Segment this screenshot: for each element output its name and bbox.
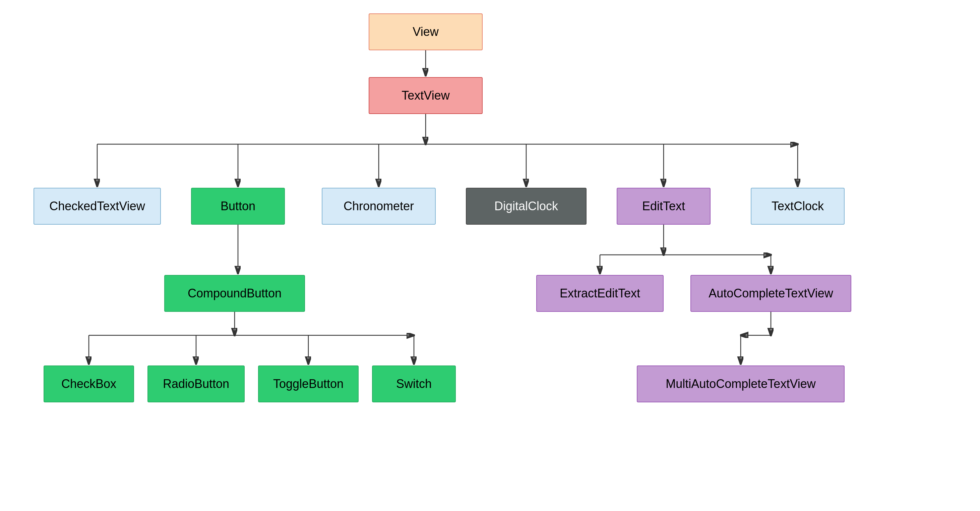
diagram: View TextView CheckedTextView Button Chr…	[0, 0, 980, 511]
node-extractedittext: ExtractEditText	[536, 275, 663, 312]
node-radiobutton: RadioButton	[148, 366, 245, 402]
node-button: Button	[191, 188, 285, 224]
node-chronometer: Chronometer	[322, 188, 436, 224]
node-switch: Switch	[372, 366, 456, 402]
node-view: View	[369, 13, 483, 50]
node-checkbox: CheckBox	[44, 366, 134, 402]
node-digitalclock: DigitalClock	[466, 188, 587, 224]
node-togglebutton: ToggleButton	[258, 366, 359, 402]
node-multiautocompletetextview: MultiAutoCompleteTextView	[637, 366, 845, 402]
node-textview: TextView	[369, 77, 483, 114]
node-checkedtextview: CheckedTextView	[33, 188, 161, 224]
node-textclock: TextClock	[751, 188, 845, 224]
node-autocompletetextview: AutoCompleteTextView	[690, 275, 851, 312]
node-compoundbutton: CompoundButton	[164, 275, 305, 312]
connections-svg	[0, 0, 980, 511]
node-edittext: EditText	[617, 188, 711, 224]
